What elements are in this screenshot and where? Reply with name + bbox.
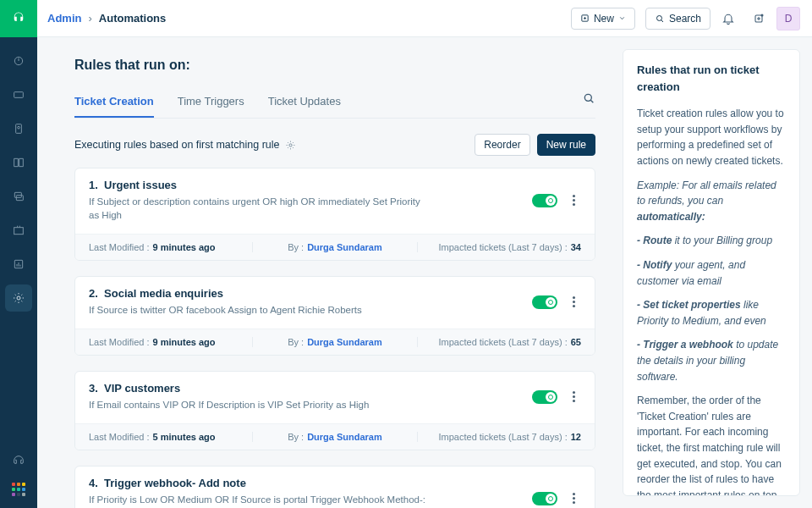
rule-toggle[interactable] [532,492,557,505]
new-button[interactable]: New [571,8,635,30]
whatsnew-icon[interactable] [746,6,771,31]
nav-dashboard-icon[interactable] [5,47,32,75]
kebab-icon[interactable] [566,195,581,206]
rule-card[interactable]: 2. Social media enquiries If Source is t… [74,276,595,356]
tab-time-triggers[interactable]: Time Triggers [178,88,244,118]
rule-title: 4. Trigger webhook- Add note [89,477,532,489]
rule-description: If Subject or description contains urgen… [89,195,427,222]
chevron-right-icon: › [88,12,91,25]
rule-author-link[interactable]: Durga Sundaram [307,432,382,442]
svg-line-24 [590,100,593,102]
svg-rect-6 [14,228,24,235]
rule-toggle[interactable] [532,194,557,207]
nav-admin-icon[interactable] [5,284,32,312]
search-icon[interactable] [582,91,595,114]
topbar: Admin › Automations New Search D [37,0,812,37]
rule-description: If Email contains VIP OR If Description … [89,398,427,411]
kebab-icon[interactable] [566,493,581,504]
notifications-icon[interactable] [716,6,741,31]
nav-reports-icon[interactable] [5,251,32,278]
rule-card[interactable]: 4. Trigger webhook- Add note If Priority… [74,466,595,508]
svg-rect-1 [14,92,24,98]
svg-point-17 [656,15,661,20]
gear-icon[interactable] [285,140,296,151]
svg-point-23 [584,94,591,101]
rule-author-link[interactable]: Durga Sundaram [307,337,382,347]
rule-description: If Priority is Low OR Medium OR If Sourc… [89,493,427,508]
nav-analytics-icon[interactable] [5,217,32,244]
search-button[interactable]: Search [645,8,710,30]
kebab-icon[interactable] [566,296,581,307]
new-rule-button[interactable]: New rule [537,134,595,156]
nav-apps-icon[interactable] [12,483,25,496]
rule-toggle[interactable] [532,390,557,404]
tab-ticket-updates[interactable]: Ticket Updates [268,88,341,118]
svg-line-18 [661,19,663,21]
avatar[interactable]: D [776,7,800,30]
left-nav [0,0,37,508]
tabs: Ticket Creation Time Triggers Ticket Upd… [74,88,595,119]
nav-solutions-icon[interactable] [5,149,32,176]
svg-point-22 [761,14,763,16]
kebab-icon[interactable] [566,391,581,402]
svg-point-13 [17,296,20,300]
breadcrumb-root[interactable]: Admin [47,12,81,25]
rule-card[interactable]: 3. VIP customers If Email contains VIP O… [74,371,595,450]
nav-support-icon[interactable] [5,447,32,474]
rule-toggle[interactable] [532,295,557,309]
rule-card[interactable]: 1. Urgent issues If Subject or descripti… [74,168,595,261]
page-title: Rules that run on: [74,58,595,73]
svg-point-25 [288,143,291,146]
rule-author-link[interactable]: Durga Sundaram [307,242,382,252]
nav-contacts-icon[interactable] [5,115,32,142]
nav-tickets-icon[interactable] [5,81,32,108]
reorder-button[interactable]: Reorder [475,134,529,156]
breadcrumb: Admin › Automations [47,12,166,25]
rule-title: 1. Urgent issues [89,179,532,191]
rule-title: 3. VIP customers [89,382,532,395]
svg-point-3 [18,126,20,129]
execution-mode-label: Executing rules based on first matching … [74,139,296,151]
help-title: Rules that run on ticket creation [637,62,786,96]
app-logo[interactable] [0,0,37,37]
help-panel: Rules that run on ticket creation Ticket… [623,49,800,496]
rule-description: If Source is twitter OR facebook Assign … [89,303,427,317]
nav-forums-icon[interactable] [5,183,32,210]
tab-ticket-creation[interactable]: Ticket Creation [74,88,154,118]
breadcrumb-current: Automations [99,12,166,25]
rule-title: 2. Social media enquiries [89,287,532,300]
